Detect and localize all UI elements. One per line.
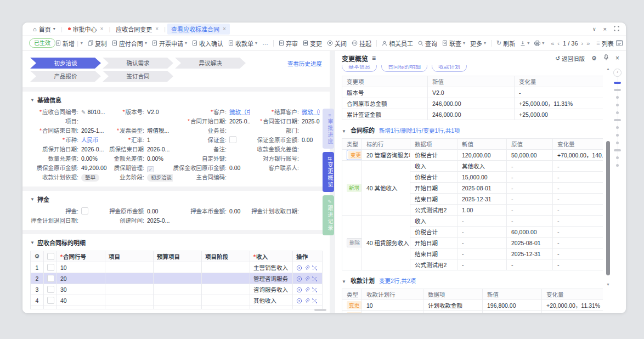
attachment-icon[interactable] — [304, 297, 312, 303]
deposit-section-title[interactable]: ▼ 押金 — [22, 191, 330, 206]
link-value[interactable]: 微软（中 — [302, 109, 320, 115]
toolbar-button-相关员工[interactable]: 相关员工 — [382, 39, 413, 48]
detail-icon[interactable] — [296, 297, 304, 303]
rail-section[interactable] — [614, 89, 621, 91]
table-row[interactable]: 110主营销售收入 — [31, 262, 323, 273]
tab-首页[interactable]: ⌂首页▾ — [29, 24, 59, 35]
basic-value-结算客户[interactable]: 微软（中 — [299, 108, 320, 116]
detail-icon[interactable] — [296, 275, 304, 281]
detail-icon[interactable] — [296, 286, 304, 292]
plan-section-summary[interactable]: 变更2行,共2项 — [379, 276, 416, 285]
collapse-icon[interactable]: ∨ — [592, 26, 596, 32]
rail-item[interactable] — [616, 104, 619, 106]
close-panel-icon[interactable]: × — [615, 54, 619, 62]
anchor-pill-基本信息[interactable]: 基本信息 — [342, 65, 377, 72]
detail-section-title[interactable]: ▼ 应收合同标的明细 — [22, 234, 330, 250]
table-row[interactable]: 累计签证金额246,000.00+25,000.00 — [342, 109, 603, 120]
basic-value-保证金[interactable] — [227, 136, 250, 144]
toolbar-button-新增[interactable]: 新增|▾ — [55, 39, 83, 48]
next-page-button[interactable]: › — [581, 40, 584, 47]
checkbox-保证金[interactable] — [229, 136, 236, 143]
side-tab-跟进记录[interactable]: ✎跟进记录 — [323, 195, 334, 235]
attachment-icon[interactable] — [304, 275, 312, 281]
link-value[interactable]: 微软（中 — [229, 109, 250, 115]
table-row[interactable]: 440其他收入 — [31, 295, 323, 306]
rail-section-active[interactable] — [614, 82, 621, 84]
checkbox[interactable] — [47, 275, 54, 282]
tab-close-icon[interactable]: × — [100, 26, 104, 32]
rail-item[interactable] — [616, 156, 619, 159]
toolbar-button-应付合同[interactable]: 应付合同▾ — [112, 39, 147, 48]
toolbar-button-关闭[interactable]: 关闭 — [327, 39, 347, 48]
side-tab-审批进度[interactable]: ≡审批进度 — [323, 109, 334, 149]
toolbar-button-收款单[interactable]: 收款单▾ — [228, 39, 257, 48]
attachment-icon[interactable] — [304, 286, 312, 292]
checkbox[interactable] — [47, 253, 54, 260]
table-row[interactable]: 版本号V2.0- — [342, 87, 603, 98]
edit-pencil-icon[interactable]: ✎ — [81, 109, 86, 115]
checkbox-质保期管理[interactable]: ✓ — [147, 166, 154, 172]
basic-value-质保期管理[interactable]: ✓ — [144, 164, 173, 172]
tab-查看应收标准合同[interactable]: 查看应收标准合同× — [167, 24, 230, 35]
basic-info-section-title[interactable]: ▼ 基础信息 — [22, 92, 330, 107]
checkbox-押金[interactable] — [81, 207, 88, 214]
last-page-button[interactable]: » — [586, 40, 590, 47]
attachment-icon[interactable] — [304, 264, 312, 270]
toolbar-button-变更[interactable]: 变更 — [303, 39, 322, 48]
toolbar-button-挂起[interactable]: 挂起 — [352, 39, 371, 48]
relation-icon[interactable] — [312, 297, 319, 303]
table-row[interactable]: 变更20 管理咨询服务收入价税合计120,000.0050,000.00+70,… — [342, 150, 603, 161]
toolbar-button-收入确认[interactable]: 收入确认 — [192, 39, 223, 48]
checkbox[interactable] — [47, 297, 54, 304]
step-产品报价[interactable]: 产品报价 — [30, 71, 101, 82]
toolbar-button-print[interactable]: ▾ — [534, 41, 544, 46]
subject-section-summary[interactable]: 新增1行/删除1行/变更1行,共1项 — [379, 126, 460, 134]
checkbox[interactable] — [47, 286, 54, 293]
anchor-pill-合同标的明细[interactable]: 合同标的明细 — [381, 65, 427, 72]
select-all-checkbox[interactable] — [44, 251, 57, 262]
basic-value-币种[interactable]: 人民币 — [78, 136, 109, 144]
relation-icon[interactable] — [312, 275, 319, 281]
link-value[interactable]: 人民币 — [81, 137, 99, 143]
horizontal-scrollbar[interactable] — [314, 309, 326, 311]
tab-应收合同变更[interactable]: 应收合同变更× — [112, 24, 162, 35]
rail-section[interactable] — [614, 149, 621, 151]
rail-item[interactable] — [616, 111, 619, 114]
pin-icon[interactable] — [603, 54, 609, 62]
relation-icon[interactable] — [312, 286, 319, 292]
toolbar-button-弃审[interactable]: 弃审 — [279, 39, 298, 48]
anchor-pill-收款计划[interactable]: 收款计划 — [432, 65, 467, 72]
step-异议解决[interactable]: 异议解决 — [175, 58, 246, 69]
basic-value-应收合同编号[interactable]: ✎8010... — [78, 108, 109, 116]
toolbar-button-联查[interactable]: 联查▾ — [442, 39, 465, 48]
toolbar-button-查询[interactable]: 查询 — [418, 39, 437, 48]
gear-icon[interactable]: ⚙ — [31, 251, 44, 262]
back-to-old-version-link[interactable]: ↺ 返回旧版 — [555, 54, 585, 63]
step-初步洽谈[interactable]: 初步洽谈 — [30, 58, 101, 69]
step-签订合同[interactable]: 签订合同 — [103, 71, 173, 82]
history-progress-link[interactable]: 查看历史进度 — [287, 59, 322, 67]
expand-icon[interactable] — [614, 26, 619, 32]
rail-item[interactable] — [616, 134, 619, 137]
step-确认需求[interactable]: 确认需求 — [103, 58, 173, 69]
checkbox[interactable] — [47, 264, 54, 271]
rail-item[interactable] — [616, 142, 619, 144]
toolbar-button-更多[interactable]: 更多▾ — [470, 39, 486, 48]
tab-close-icon[interactable]: × — [155, 26, 159, 32]
table-row[interactable]: 新增40 其他收入收入其他收入-- — [342, 161, 603, 172]
side-tab-变更概览[interactable]: ⇆变更概览 — [323, 152, 334, 192]
scrollbar-thumb[interactable] — [606, 141, 610, 276]
tab-审批中心[interactable]: 审批中心× — [64, 24, 108, 35]
table-row[interactable]: 变更20计划收款金额49,200.00+5,000.00，11.31% — [342, 311, 603, 314]
first-page-button[interactable]: « — [551, 40, 554, 47]
collapse-rail-icon[interactable]: ‹ — [613, 69, 622, 77]
gear-icon[interactable]: ⚙ — [591, 55, 597, 62]
rail-item[interactable] — [616, 126, 619, 129]
toolbar-button-ellipsis[interactable]: … — [262, 40, 268, 46]
menu-icon[interactable]: ≡ — [372, 54, 376, 62]
detail-icon[interactable] — [296, 264, 304, 270]
scroll-down-icon[interactable]: ▼ — [606, 282, 610, 287]
deposit-value-押金[interactable] — [78, 207, 109, 216]
table-row[interactable]: 330咨询服务收入 — [31, 284, 323, 295]
list-view-button[interactable]: ≡ 列表 — [596, 39, 613, 48]
